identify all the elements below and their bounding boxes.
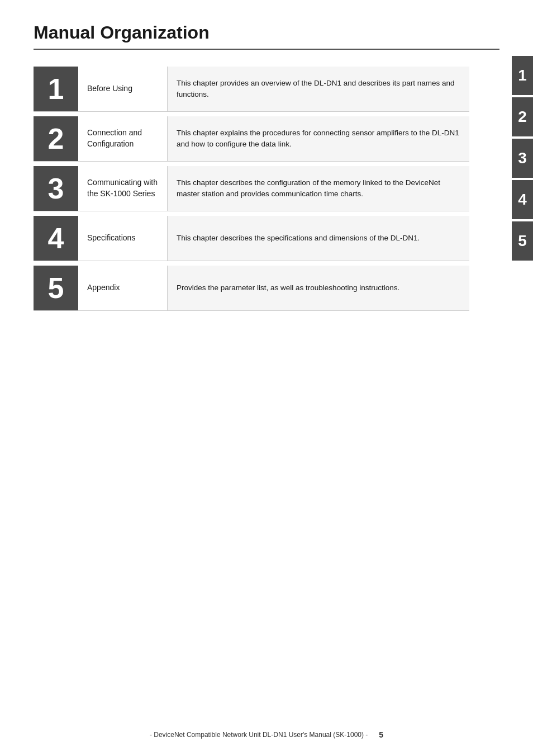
chapter-title-4: Specifications (87, 233, 135, 244)
right-tab-4[interactable]: 4 (512, 180, 533, 219)
footer-page-number: 5 (379, 730, 383, 739)
chapter-row-3[interactable]: 3 Communicating with the SK-1000 Series … (34, 166, 469, 211)
chapter-desc-3: This chapter describes the configuration… (177, 177, 460, 200)
chapter-title-col-3: Communicating with the SK-1000 Series (78, 166, 168, 211)
page-title: Manual Organization (34, 22, 499, 43)
chapter-title-3: Communicating with the SK-1000 Series (87, 177, 158, 199)
chapter-number-1: 1 (48, 74, 64, 103)
chapter-desc-col-3: This chapter describes the configuration… (168, 166, 469, 211)
chapter-number-box-3: 3 (34, 166, 78, 211)
chapter-number-box-2: 2 (34, 116, 78, 161)
chapter-row-1[interactable]: 1 Before Using This chapter provides an … (34, 67, 469, 112)
right-tab-1[interactable]: 1 (512, 56, 533, 95)
chapter-desc-2: This chapter explains the procedures for… (177, 127, 460, 150)
chapter-number-box-5: 5 (34, 266, 78, 310)
chapter-desc-col-5: Provides the parameter list, as well as … (168, 266, 469, 310)
title-divider (34, 49, 499, 50)
chapter-number-2: 2 (48, 124, 64, 153)
chapter-number-4: 4 (48, 224, 64, 253)
right-tab-3[interactable]: 3 (512, 139, 533, 178)
chapter-title-col-4: Specifications (78, 216, 168, 261)
right-tab-2[interactable]: 2 (512, 97, 533, 136)
chapter-title-col-2: Connection and Configuration (78, 116, 168, 161)
chapters-container: 1 Before Using This chapter provides an … (34, 67, 469, 311)
chapter-title-col-5: Appendix (78, 266, 168, 310)
chapter-desc-col-1: This chapter provides an overview of the… (168, 67, 469, 111)
chapter-row-2[interactable]: 2 Connection and Configuration This chap… (34, 116, 469, 162)
chapter-desc-col-4: This chapter describes the specification… (168, 216, 469, 261)
right-tabs: 12345 (512, 56, 533, 261)
right-tab-5[interactable]: 5 (512, 221, 533, 261)
page-footer: - DeviceNet Compatible Network Unit DL-D… (0, 730, 533, 739)
chapter-row-5[interactable]: 5 Appendix Provides the parameter list, … (34, 266, 469, 311)
chapter-title-1: Before Using (87, 83, 132, 94)
chapter-desc-col-2: This chapter explains the procedures for… (168, 116, 469, 161)
chapter-desc-1: This chapter provides an overview of the… (177, 78, 460, 101)
chapter-desc-4: This chapter describes the specification… (177, 233, 420, 244)
footer-text: - DeviceNet Compatible Network Unit DL-D… (150, 731, 368, 739)
chapter-title-2: Connection and Configuration (87, 127, 158, 149)
chapter-number-box-4: 4 (34, 216, 78, 261)
chapter-title-5: Appendix (87, 282, 120, 294)
page-container: Manual Organization 1 Before Using This … (0, 0, 533, 756)
chapter-number-3: 3 (48, 174, 64, 203)
chapter-number-box-1: 1 (34, 67, 78, 111)
chapter-desc-5: Provides the parameter list, as well as … (177, 282, 399, 294)
chapter-title-col-1: Before Using (78, 67, 168, 111)
chapter-row-4[interactable]: 4 Specifications This chapter describes … (34, 216, 469, 261)
chapter-number-5: 5 (48, 273, 64, 303)
